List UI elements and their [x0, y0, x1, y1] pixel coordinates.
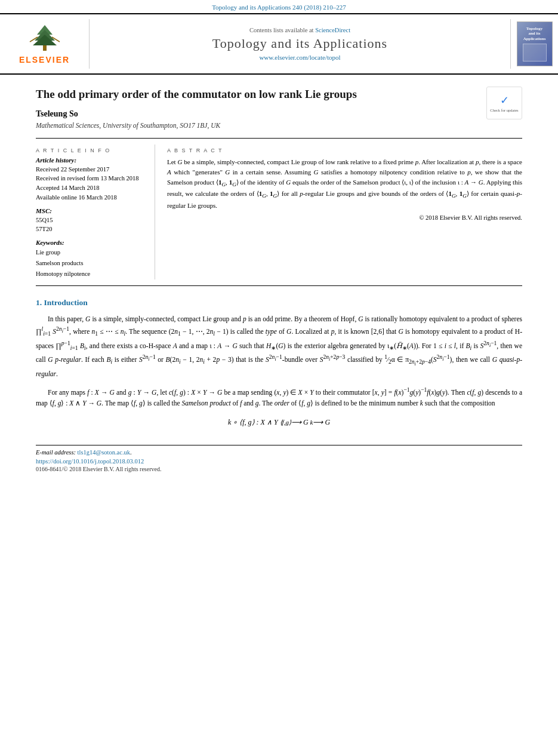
abstract-column: A B S T R A C T Let G be a simple, simpl…: [167, 145, 522, 279]
elsevier-tree-logo: [18, 24, 72, 53]
journal-cover-thumbnail-area: Topologyand itsApplications: [510, 19, 558, 69]
check-icon: ✓: [500, 94, 509, 107]
journal-cover-thumb: Topologyand itsApplications: [517, 21, 553, 66]
available-online: Available online 16 March 2018: [36, 194, 117, 201]
contents-line: Contents lists available at ScienceDirec…: [95, 27, 504, 33]
article-info-heading: A R T I C L E I N F O: [36, 147, 146, 153]
article-info-column: A R T I C L E I N F O Article history: R…: [36, 145, 155, 279]
page-footer: E-mail address: tls1g14@soton.ac.uk. htt…: [36, 445, 522, 472]
title-row: The odd primary order of the commutator …: [36, 87, 522, 102]
accepted: Accepted 14 March 2018: [36, 185, 99, 191]
introduction-section: 1. Introduction In this paper, G is a si…: [36, 298, 522, 427]
author-affiliation: Mathematical Sciences, University of Sou…: [36, 122, 522, 129]
doi-link[interactable]: https://doi.org/10.1016/j.topol.2018.03.…: [36, 458, 522, 465]
email-line: E-mail address: tls1g14@soton.ac.uk.: [36, 449, 522, 456]
email-address[interactable]: tls1g14@soton.ac.uk: [78, 449, 130, 456]
journal-header-banner: ELSEVIER Contents lists available at Sci…: [0, 13, 558, 75]
keyword-3: Homotopy nilpotence: [36, 269, 146, 279]
keywords-list: Lie group Samelson products Homotopy nil…: [36, 247, 146, 279]
received1: Received 22 September 2017: [36, 166, 109, 173]
abstract-heading: A B S T R A C T: [167, 147, 522, 153]
journal-url[interactable]: www.elsevier.com/locate/topol: [95, 54, 504, 61]
check-label: Check for updates: [490, 108, 518, 112]
sciencedirect-link[interactable]: ScienceDirect: [315, 27, 350, 33]
history-label: Article history:: [36, 156, 146, 164]
article-history: Received 22 September 2017 Received in r…: [36, 165, 146, 202]
main-content-area: The odd primary order of the commutator …: [0, 75, 558, 484]
abstract-text: Let G be a simple, simply-connected, com…: [167, 157, 522, 211]
publisher-logo-area: ELSEVIER: [0, 19, 90, 69]
msc2: 57T20: [36, 226, 52, 232]
journal-ref-text: Topology and its Applications 240 (2018)…: [212, 4, 346, 11]
math-display-composition: k ∘ ⟨f, g⟩ : X ∧ Y ⟨f,g⟩⟶ G k⟶ G: [36, 418, 522, 427]
journal-reference: Topology and its Applications 240 (2018)…: [0, 0, 558, 13]
check-for-updates-badge: ✓ Check for updates: [486, 87, 522, 119]
keywords-label: Keywords:: [36, 239, 146, 246]
footer-copyright: 0166-8641/© 2018 Elsevier B.V. All right…: [36, 466, 522, 472]
intro-para-2: For any maps f : X → G and g : Y → G, le…: [36, 385, 522, 409]
author-name: Tseleung So: [36, 109, 522, 119]
journal-center-info: Contents lists available at ScienceDirec…: [90, 19, 510, 69]
paper-title: The odd primary order of the commutator …: [36, 87, 522, 102]
keyword-2: Samelson products: [36, 258, 146, 269]
journal-title-header: Topology and its Applications: [95, 36, 504, 51]
svg-rect-0: [43, 45, 47, 51]
msc-label: MSC:: [36, 207, 146, 214]
keyword-1: Lie group: [36, 247, 146, 258]
received2: Received in revised form 13 March 2018: [36, 175, 139, 182]
msc1: 55Q15: [36, 217, 53, 223]
abstract-divider: [36, 285, 522, 286]
copyright-line: © 2018 Elsevier B.V. All rights reserved…: [167, 214, 522, 221]
intro-para-1: In this paper, G is a simple, simply-con…: [36, 314, 522, 379]
title-divider: [36, 138, 522, 139]
email-label: E-mail address:: [36, 449, 76, 456]
intro-heading: 1. Introduction: [36, 298, 522, 308]
elsevier-text: ELSEVIER: [18, 55, 72, 64]
info-abstract-grid: A R T I C L E I N F O Article history: R…: [36, 145, 522, 279]
msc-codes: 55Q15 57T20: [36, 216, 146, 235]
